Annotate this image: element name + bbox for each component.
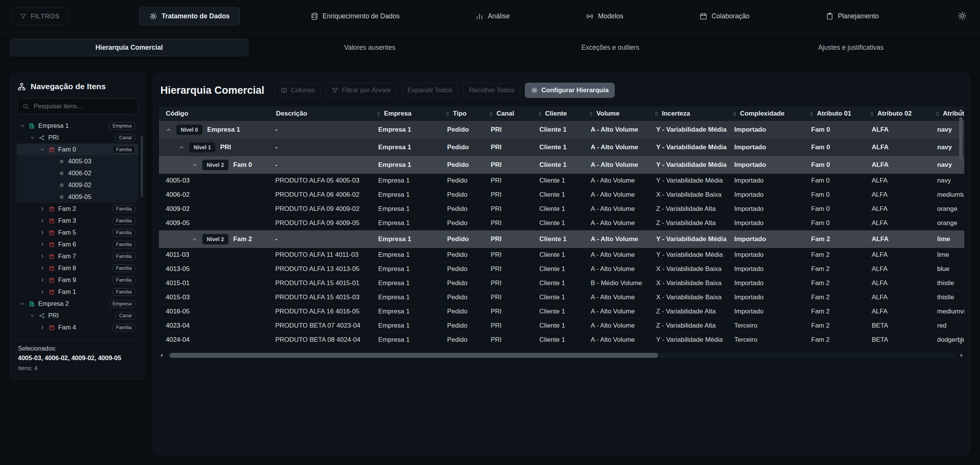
column-header-empresa[interactable]: Empresa (372, 110, 441, 117)
chevron-down-icon[interactable] (20, 301, 25, 307)
scroll-down-button[interactable] (958, 340, 964, 346)
chevron-up-icon[interactable] (192, 237, 198, 242)
column-header-complexidade[interactable]: Complexidade (728, 110, 805, 117)
tree-node-fam-3[interactable]: Fam 3Família (16, 215, 138, 227)
tree-node-fam-4[interactable]: Fam 4Família (16, 321, 138, 333)
column-header-canal[interactable]: Canal (485, 110, 533, 117)
chevron-right-icon[interactable] (39, 230, 45, 235)
subtab-ajustes-e-justificativas[interactable]: Ajustes e justificativas (732, 39, 970, 56)
data-row-4006-02[interactable]: 4006-02PRODUTO ALFA 06 4006-02Empresa 1P… (159, 188, 964, 202)
tree-node-empresa-1[interactable]: Empresa 1Empresa (16, 120, 138, 132)
chevron-right-icon[interactable] (39, 289, 45, 295)
tree-node-fam-5[interactable]: Fam 5Família (16, 227, 138, 238)
settings-button[interactable] (956, 10, 969, 23)
recolher-todos-button[interactable]: Recolher Todos (463, 83, 520, 98)
group-row-empresa-1[interactable]: Nível 0Empresa 1-Empresa 1PedidoPRIClien… (159, 121, 964, 139)
table-cell: Fam 2 (805, 308, 866, 315)
chevron-down-icon[interactable] (29, 313, 35, 318)
scroll-left-button[interactable] (159, 352, 165, 358)
column-header-cliente[interactable]: Cliente (533, 110, 585, 117)
chevron-up-icon[interactable] (179, 145, 185, 150)
group-row-fam-2[interactable]: Nível 2Fam 2-Empresa 1PedidoPRICliente 1… (159, 230, 964, 248)
tree-scrollbar-thumb[interactable] (141, 136, 143, 197)
filtrar-por-arvore-button[interactable]: Filtrar por Árvore (325, 83, 397, 98)
subtab-valores-ausentes[interactable]: Valores ausentes (251, 39, 489, 56)
group-row-pri[interactable]: Nível 1PRI-Empresa 1PedidoPRICliente 1A … (159, 139, 964, 156)
nav-tab-modelos[interactable]: Modelos (580, 7, 629, 25)
tree-node-fam-6[interactable]: Fam 6Família (16, 238, 138, 250)
chevron-right-icon[interactable] (39, 206, 45, 212)
box-icon (49, 289, 55, 295)
vertical-scrollbar-thumb[interactable] (959, 117, 963, 160)
column-header-tipo[interactable]: Tipo (441, 110, 485, 117)
tree-node-pri[interactable]: PRICanal (16, 310, 138, 321)
tree-node-fam-2[interactable]: Fam 2Família (16, 203, 138, 215)
tree-node-4009-02[interactable]: 4009-02 (16, 179, 138, 191)
chevron-down-icon[interactable] (29, 135, 35, 140)
data-row-4015-03[interactable]: 4015-03PRODUTO ALFA 15 4015-03Empresa 1P… (159, 290, 964, 305)
subtab-hierarquia-comercial[interactable]: Hierarquia Comercial (10, 39, 248, 56)
subtab-excecoes-e-outliers[interactable]: Exceções e outliers (491, 39, 730, 56)
nav-tab-analise[interactable]: Análise (470, 7, 515, 25)
column-header-atributo-01[interactable]: Atributo 01 (805, 110, 866, 117)
chevron-down-icon[interactable] (39, 147, 45, 152)
data-row-4023-04[interactable]: 4023-04PRODUTO BETA 07 4023-04Empresa 1P… (159, 319, 964, 333)
tree-node-empresa-2[interactable]: Empresa 2Empresa (16, 298, 138, 310)
colunas-button[interactable]: Colunas (274, 83, 321, 98)
tree-node-fam-8[interactable]: Fam 8Família (16, 262, 138, 274)
chevron-up-icon[interactable] (192, 162, 198, 168)
nav-tab-planejamento[interactable]: Planejamento (820, 7, 885, 25)
column-header-descricao[interactable]: Descrição (272, 110, 372, 117)
data-row-4009-02[interactable]: 4009-02PRODUTO ALFA 09 4009-02Empresa 1P… (159, 202, 964, 216)
table-body: Nível 0Empresa 1-Empresa 1PedidoPRIClien… (159, 121, 964, 347)
nav-tab-colaboracao[interactable]: Colaboração (694, 7, 755, 25)
data-row-4005-03[interactable]: 4005-03PRODUTO ALFA 05 4005-03Empresa 1P… (159, 174, 964, 188)
chevron-right-icon[interactable] (39, 253, 45, 259)
expandir-todos-button[interactable]: Expandir Todos (402, 83, 459, 98)
box-icon (49, 206, 55, 212)
chevron-right-icon[interactable] (39, 325, 45, 330)
nav-tab-enriquecimento-de-dados[interactable]: Enriquecimento de Dados (305, 7, 405, 25)
column-header-volume[interactable]: Volume (585, 110, 650, 117)
tree-node-fam-0[interactable]: Fam 0Família (16, 144, 138, 155)
column-header-codigo[interactable]: Código (159, 110, 272, 117)
search-input[interactable] (17, 98, 138, 114)
filters-button[interactable]: FILTROS (11, 8, 68, 25)
scroll-up-button[interactable] (958, 108, 964, 113)
table-cell: Fam 0 (805, 177, 866, 184)
tree-node-fam-7[interactable]: Fam 7Família (16, 250, 138, 262)
selection-label: Selecionados: (18, 345, 137, 352)
chevron-right-icon[interactable] (39, 265, 45, 271)
nav-tab-tratamento-de-dados[interactable]: Tratamento de Dados (139, 7, 240, 25)
group-row-fam-0[interactable]: Nível 2Fam 0-Empresa 1PedidoPRICliente 1… (159, 156, 964, 174)
chevron-right-icon[interactable] (39, 241, 45, 247)
data-row-4024-04[interactable]: 4024-04PRODUTO BETA 08 4024-04Empresa 1P… (159, 333, 964, 347)
chevron-right-icon[interactable] (39, 277, 45, 283)
tree-node-pri[interactable]: PRICanal (16, 132, 138, 144)
table-cell: A - Alto Volume (585, 265, 650, 273)
horizontal-scrollbar-thumb[interactable] (170, 353, 658, 358)
tree-node-type-badge: Família (113, 229, 135, 237)
chevron-right-icon[interactable] (39, 218, 45, 224)
tree-node-4009-05[interactable]: 4009-05 (16, 191, 138, 203)
data-row-4015-01[interactable]: 4015-01PRODUTO ALFA 15 4015-01Empresa 1P… (159, 276, 964, 290)
scroll-right-button[interactable] (959, 352, 964, 358)
tree-node-fam-1[interactable]: Fam 1Família (16, 286, 138, 298)
data-row-4013-05[interactable]: 4013-05PRODUTO ALFA 13 4013-05Empresa 1P… (159, 262, 964, 276)
tree-node-type-badge: Família (113, 264, 135, 272)
data-row-4009-05[interactable]: 4009-05PRODUTO ALFA 09 4009-05Empresa 1P… (159, 216, 964, 230)
data-row-4016-05[interactable]: 4016-05PRODUTO ALFA 16 4016-05Empresa 1P… (159, 305, 964, 319)
data-row-4011-03[interactable]: 4011-03PRODUTO ALFA 11 4011-03Empresa 1P… (159, 248, 964, 262)
dot-icon (59, 158, 65, 165)
tree-node-4005-03[interactable]: 4005-03 (16, 155, 138, 167)
table-cell: Fam 0 (805, 144, 866, 151)
column-header-atributo-02[interactable]: Atributo 02 (866, 110, 931, 117)
column-header-incerteza[interactable]: Incerteza (650, 110, 728, 117)
subtab-label: Valores ausentes (344, 44, 395, 52)
tree-node-4006-02[interactable]: 4006-02 (16, 167, 138, 179)
chevron-up-icon[interactable] (166, 127, 172, 133)
table-cell: X - Variabilidade Baixa (650, 191, 728, 199)
configurar-hierarquia-button[interactable]: Configurar Hierarquia (525, 83, 615, 98)
tree-node-fam-9[interactable]: Fam 9Família (16, 274, 138, 286)
chevron-down-icon[interactable] (20, 123, 25, 129)
